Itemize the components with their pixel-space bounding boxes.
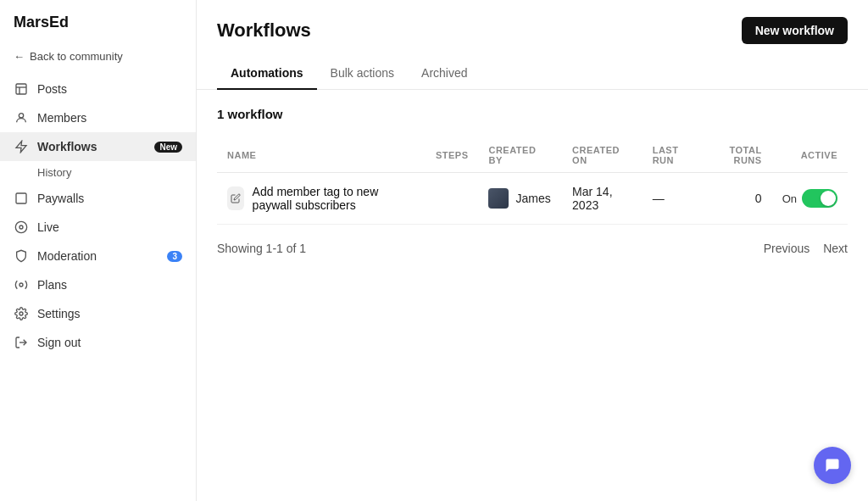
svg-point-6: [15, 221, 26, 232]
main-content: Workflows New workflow Automations Bulk …: [197, 0, 868, 501]
col-last-run: LAST RUN: [643, 138, 703, 173]
toggle-knob: [821, 191, 836, 206]
sidebar-item-members[interactable]: Members: [0, 103, 196, 132]
col-created-on: CREATED ON: [562, 138, 643, 173]
svg-rect-5: [16, 193, 26, 203]
svg-point-3: [19, 114, 23, 118]
workflows-table: NAME STEPS CREATED BY CREATED ON LAST RU…: [217, 138, 848, 225]
col-steps: STEPS: [426, 138, 479, 173]
plans-icon: [14, 277, 29, 292]
workflow-created-on: Mar 14, 2023: [562, 173, 643, 225]
posts-icon: [14, 81, 29, 97]
sidebar-item-settings[interactable]: Settings: [0, 299, 196, 328]
avatar: [488, 188, 509, 209]
col-created-by: CREATED BY: [478, 138, 562, 173]
new-workflow-button[interactable]: New workflow: [742, 17, 848, 44]
toggle-label: On: [782, 192, 797, 205]
back-icon: ←: [14, 50, 25, 63]
tab-archived[interactable]: Archived: [408, 58, 481, 90]
sidebar-members-label: Members: [37, 111, 86, 125]
col-name: NAME: [217, 138, 426, 173]
workflow-last-run: —: [643, 173, 703, 225]
members-icon: [14, 110, 29, 125]
sidebar-item-history[interactable]: History: [0, 161, 196, 184]
workflows-badge: New: [154, 142, 182, 153]
svg-point-8: [19, 283, 23, 287]
tab-bulk-actions[interactable]: Bulk actions: [317, 58, 408, 90]
sidebar-item-plans[interactable]: Plans: [0, 270, 196, 299]
sidebar-posts-label: Posts: [37, 82, 67, 96]
previous-button[interactable]: Previous: [764, 242, 810, 255]
tab-automations[interactable]: Automations: [217, 58, 317, 90]
sidebar-item-signout[interactable]: Sign out: [0, 328, 196, 357]
workflow-edit-icon[interactable]: [227, 186, 244, 210]
workflow-active-cell: On: [772, 173, 848, 225]
sidebar-settings-label: Settings: [37, 307, 81, 320]
workflow-steps: [426, 173, 479, 225]
sidebar-live-label: Live: [37, 220, 59, 234]
sidebar-moderation-label: Moderation: [37, 249, 97, 263]
sidebar-item-moderation[interactable]: Moderation 3: [0, 242, 196, 270]
workflow-name: Add member tag to new paywall subscriber…: [253, 185, 415, 212]
svg-point-9: [19, 312, 23, 315]
sidebar-paywalls-label: Paywalls: [37, 192, 84, 205]
tab-bar: Automations Bulk actions Archived: [197, 58, 868, 90]
col-active: ACTIVE: [772, 138, 848, 173]
paywalls-icon: [14, 191, 29, 206]
sidebar-item-posts[interactable]: Posts: [0, 75, 196, 103]
sidebar-plans-label: Plans: [37, 278, 67, 292]
table-row: Add member tag to new paywall subscriber…: [217, 173, 848, 225]
svg-rect-0: [16, 84, 26, 94]
sidebar-item-live[interactable]: Live: [0, 213, 196, 242]
signout-icon: [14, 335, 29, 350]
back-label: Back to community: [30, 50, 123, 63]
sidebar-history-label: History: [37, 166, 71, 179]
page-title: Workflows: [217, 19, 311, 42]
svg-marker-4: [16, 141, 26, 152]
sidebar-signout-label: Sign out: [37, 336, 81, 349]
settings-icon: [14, 306, 29, 321]
back-to-community[interactable]: ← Back to community: [0, 45, 196, 68]
workflows-icon: [14, 139, 29, 154]
svg-point-7: [19, 225, 23, 229]
sidebar-workflows-label: Workflows: [37, 140, 97, 153]
workflow-created-by: James: [478, 173, 562, 225]
created-by-name: James: [515, 192, 550, 205]
active-toggle[interactable]: [802, 189, 837, 208]
pagination-controls: Previous Next: [764, 242, 848, 255]
col-total-runs: TOTAL RUNS: [702, 138, 771, 173]
workflow-count: 1 workflow: [217, 107, 848, 121]
sidebar-item-workflows[interactable]: Workflows New: [0, 132, 196, 161]
live-icon: [14, 220, 29, 235]
app-logo: MarsEd: [0, 14, 196, 45]
workflow-name-cell: Add member tag to new paywall subscriber…: [217, 173, 426, 225]
moderation-badge: 3: [167, 251, 182, 262]
next-button[interactable]: Next: [823, 242, 848, 255]
sidebar: MarsEd ← Back to community Posts Members…: [0, 0, 197, 501]
chat-bubble-button[interactable]: [814, 447, 851, 484]
moderation-icon: [14, 248, 29, 264]
sidebar-item-paywalls[interactable]: Paywalls: [0, 184, 196, 213]
content-area: 1 workflow NAME STEPS CREATED BY CREATED…: [197, 90, 868, 501]
pagination: Showing 1-1 of 1 Previous Next: [217, 242, 848, 255]
page-header: Workflows New workflow: [197, 0, 868, 44]
workflow-total-runs: 0: [702, 173, 771, 225]
pagination-showing: Showing 1-1 of 1: [217, 242, 306, 255]
